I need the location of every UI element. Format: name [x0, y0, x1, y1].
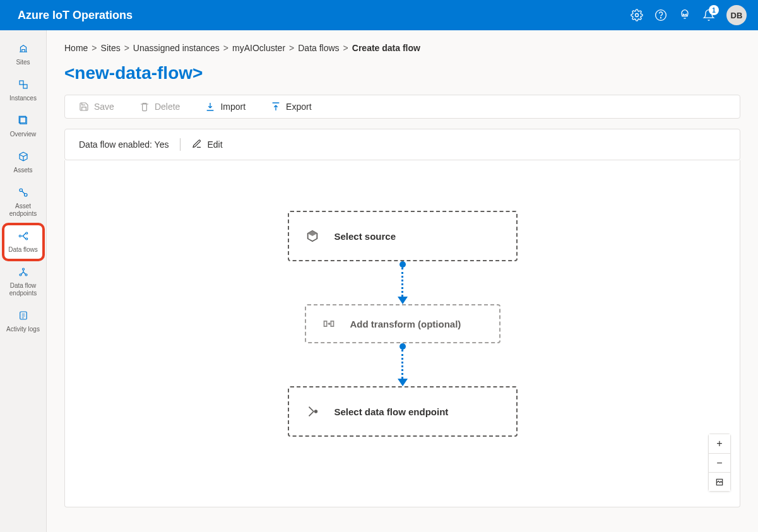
- sidebar-item-data-flows[interactable]: Data flows: [4, 225, 42, 259]
- connector-dot: [400, 261, 406, 268]
- zoom-in-button[interactable]: +: [709, 434, 730, 453]
- add-transform-button[interactable]: Add transform (optional): [305, 304, 500, 343]
- svg-point-18: [314, 410, 317, 413]
- flow-box-label: Add transform (optional): [350, 319, 461, 329]
- sidebar: Sites Instances Overview Assets Asset en…: [0, 30, 47, 532]
- notifications-icon[interactable]: 1: [702, 9, 715, 21]
- zoom-controls: + −: [708, 434, 731, 492]
- zoom-out-button[interactable]: −: [709, 453, 730, 472]
- data-flow-enabled-label: Data flow enabled: Yes: [79, 139, 169, 150]
- connector-arrow: [398, 379, 408, 386]
- data-flow-endpoints-icon: [18, 266, 29, 280]
- sidebar-item-sites[interactable]: Sites: [4, 38, 42, 71]
- svg-point-10: [25, 232, 27, 234]
- connector: [398, 261, 408, 304]
- toolbar-label: Save: [94, 102, 114, 112]
- svg-point-11: [25, 238, 27, 240]
- help-icon[interactable]: [654, 9, 667, 21]
- fit-icon: [715, 478, 724, 487]
- toolbar: Save Delete Import Export: [64, 95, 740, 119]
- flow-box-label: Select source: [335, 231, 396, 242]
- connector-dot: [400, 343, 406, 350]
- edit-button[interactable]: Edit: [192, 139, 222, 151]
- app-title: Azure IoT Operations: [18, 9, 133, 22]
- svg-rect-17: [331, 321, 333, 326]
- import-button[interactable]: Import: [205, 102, 246, 112]
- sidebar-item-activity-logs[interactable]: Activity logs: [4, 305, 42, 338]
- feedback-icon[interactable]: [678, 9, 691, 21]
- sidebar-item-instances[interactable]: Instances: [4, 74, 42, 107]
- data-flows-icon: [18, 230, 29, 244]
- select-endpoint-button[interactable]: Select data flow endpoint: [288, 386, 518, 437]
- topbar-actions: 1 DB: [631, 5, 747, 25]
- svg-point-1: [656, 10, 666, 21]
- overview-icon: [18, 115, 29, 128]
- connector-arrow: [398, 297, 408, 304]
- avatar[interactable]: DB: [726, 5, 747, 25]
- svg-rect-16: [324, 321, 326, 326]
- export-button[interactable]: Export: [271, 102, 311, 112]
- notification-badge: 1: [709, 5, 719, 15]
- svg-point-2: [661, 18, 661, 18]
- connector: [398, 343, 408, 386]
- sidebar-item-label: Data flows: [8, 246, 38, 254]
- transform-icon: [323, 317, 335, 330]
- sidebar-item-overview[interactable]: Overview: [4, 110, 42, 143]
- sidebar-item-data-flow-endpoints[interactable]: Data flow endpoints: [4, 261, 42, 302]
- breadcrumb-item[interactable]: Data flows: [298, 43, 339, 53]
- flow-column: Select source Add transform (optional) S…: [288, 211, 518, 437]
- delete-button: Delete: [139, 102, 180, 112]
- status-bar: Data flow enabled: Yes Edit: [64, 129, 740, 160]
- asset-endpoints-icon: [18, 187, 29, 200]
- breadcrumb-item[interactable]: Unassigned instances: [133, 43, 220, 53]
- breadcrumb-item[interactable]: Home: [64, 43, 88, 53]
- sidebar-item-label: Asset endpoints: [6, 203, 41, 218]
- save-button: Save: [79, 102, 114, 112]
- import-icon: [205, 102, 215, 112]
- flow-box-label: Select data flow endpoint: [335, 406, 449, 417]
- connector-line: [401, 350, 403, 379]
- delete-icon: [139, 102, 150, 112]
- svg-point-9: [19, 235, 21, 237]
- breadcrumb-item[interactable]: myAIOcluster: [232, 43, 285, 53]
- breadcrumb-item[interactable]: Sites: [101, 43, 121, 53]
- svg-point-0: [636, 14, 639, 17]
- save-icon: [79, 102, 89, 112]
- toolbar-label: Export: [286, 102, 311, 112]
- sidebar-item-label: Instances: [9, 95, 37, 102]
- sidebar-item-label: Assets: [13, 167, 32, 174]
- main-content: Home> Sites> Unassigned instances> myAIO…: [47, 30, 758, 532]
- sidebar-item-asset-endpoints[interactable]: Asset endpoints: [4, 182, 42, 223]
- toolbar-label: Import: [220, 102, 246, 112]
- instances-icon: [18, 79, 29, 92]
- sidebar-item-label: Activity logs: [6, 326, 40, 333]
- sidebar-item-label: Data flow endpoints: [6, 282, 41, 297]
- toolbar-label: Delete: [155, 102, 180, 112]
- breadcrumb: Home> Sites> Unassigned instances> myAIO…: [64, 43, 740, 53]
- activity-logs-icon: [18, 310, 29, 323]
- breadcrumb-current: Create data flow: [352, 43, 420, 53]
- connector-line: [401, 268, 403, 297]
- sidebar-item-label: Overview: [10, 131, 37, 138]
- page-title: <new-data-flow>: [64, 63, 740, 83]
- sites-icon: [18, 43, 29, 56]
- cube-icon: [305, 229, 319, 243]
- select-source-button[interactable]: Select source: [288, 211, 518, 261]
- endpoint-icon: [305, 405, 319, 418]
- divider: [180, 138, 181, 151]
- zoom-fit-button[interactable]: [709, 472, 730, 491]
- assets-icon: [18, 151, 29, 164]
- topbar: Azure IoT Operations 1 DB: [0, 0, 758, 30]
- svg-rect-3: [20, 81, 23, 85]
- edit-icon: [192, 139, 202, 151]
- flow-canvas[interactable]: Select source Add transform (optional) S…: [64, 160, 740, 507]
- sidebar-item-label: Sites: [16, 59, 30, 66]
- sidebar-item-assets[interactable]: Assets: [4, 146, 42, 179]
- svg-rect-4: [23, 85, 27, 88]
- edit-label: Edit: [207, 139, 222, 150]
- export-icon: [271, 102, 281, 112]
- svg-point-12: [22, 268, 24, 270]
- settings-icon[interactable]: [631, 9, 643, 21]
